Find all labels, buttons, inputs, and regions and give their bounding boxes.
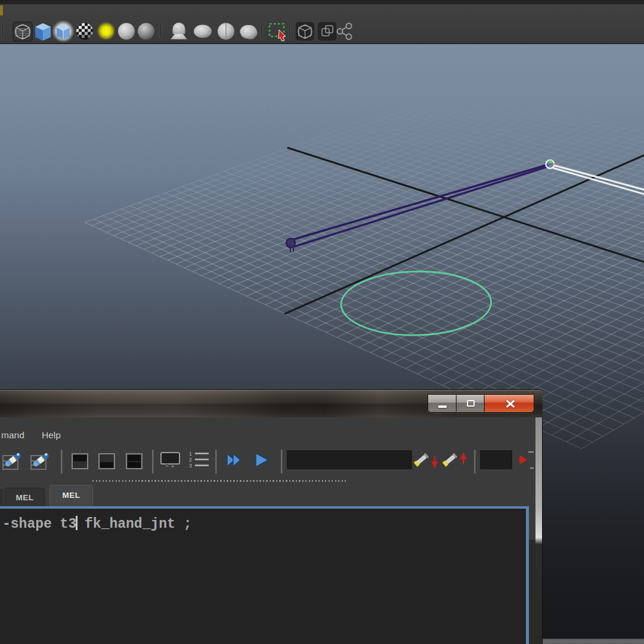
svg-text:3: 3 bbox=[189, 463, 192, 469]
svg-text:1: 1 bbox=[189, 451, 192, 457]
svg-text:2: 2 bbox=[189, 457, 192, 463]
